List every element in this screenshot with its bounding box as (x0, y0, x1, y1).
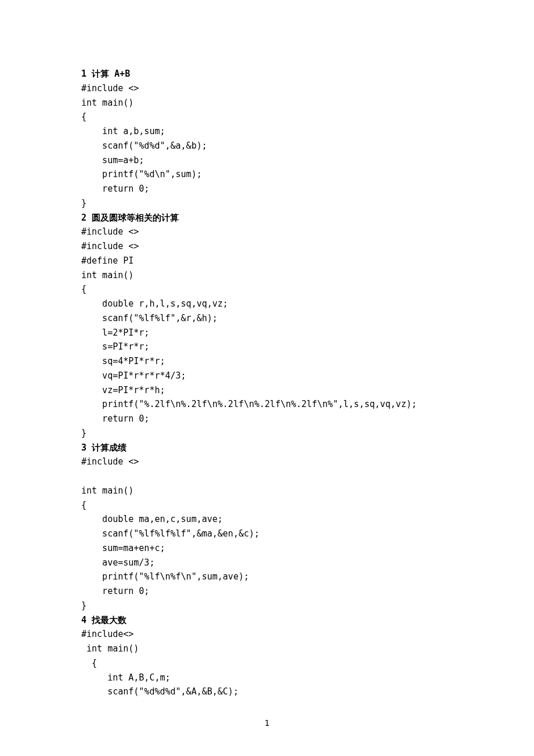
code-line: return 0; (81, 182, 453, 196)
document-page: 1 计算 A+B#include <>int main(){ int a,b,s… (0, 0, 534, 756)
code-line: #include <> (81, 81, 453, 96)
code-line: scanf("%lf%lf",&r,&h); (81, 311, 453, 326)
code-line: scanf("%d%d%d",&A,&B,&C); (81, 685, 453, 699)
code-line: sq=4*PI*r*r; (81, 354, 453, 369)
section-heading: 1 计算 A+B (81, 67, 453, 81)
code-line: vq=PI*r*r*r*4/3; (81, 369, 453, 383)
section-heading: 4 找最大数 (81, 613, 453, 628)
code-line: printf("%.2lf\n%.2lf\n%.2lf\n%.2lf\n%.2l… (81, 397, 453, 412)
code-line: { (81, 498, 453, 513)
page-number: 1 (0, 717, 534, 730)
code-line: } (81, 426, 453, 441)
code-line: l=2*PI*r; (81, 326, 453, 340)
code-line: scanf("%lf%lf%lf",&ma,&en,&c); (81, 527, 453, 541)
code-line (81, 469, 453, 484)
section-heading: 3 计算成绩 (81, 441, 453, 455)
code-line: int main() (81, 96, 453, 110)
code-line: } (81, 599, 453, 613)
code-line: double r,h,l,s,sq,vq,vz; (81, 297, 453, 311)
code-line: #include <> (81, 455, 453, 469)
page-content: 1 计算 A+B#include <>int main(){ int a,b,s… (81, 67, 453, 699)
code-line: { (81, 282, 453, 297)
code-line: s=PI*r*r; (81, 340, 453, 354)
code-line: ave=sum/3; (81, 556, 453, 570)
code-line: } (81, 196, 453, 211)
code-line: int A,B,C,m; (81, 671, 453, 685)
code-line: #include<> (81, 627, 453, 642)
code-line: #include <> (81, 239, 453, 254)
code-line: int a,b,sum; (81, 124, 453, 139)
section-heading: 2 圆及圆球等相关的计算 (81, 211, 453, 225)
code-line: #include <> (81, 225, 453, 239)
code-line: printf("%d\n",sum); (81, 167, 453, 182)
code-line: { (81, 656, 453, 671)
code-line: sum=ma+en+c; (81, 541, 453, 556)
code-line: sum=a+b; (81, 153, 453, 168)
code-line: int main() (81, 642, 453, 656)
code-line: return 0; (81, 584, 453, 599)
code-line: { (81, 110, 453, 124)
code-line: return 0; (81, 412, 453, 426)
code-line: double ma,en,c,sum,ave; (81, 512, 453, 527)
code-line: scanf("%d%d",&a,&b); (81, 139, 453, 153)
code-line: int main() (81, 268, 453, 283)
code-line: printf("%lf\n%f\n",sum,ave); (81, 570, 453, 584)
code-line: vz=PI*r*r*h; (81, 383, 453, 398)
code-line: #define PI (81, 254, 453, 268)
code-line: int main() (81, 484, 453, 498)
